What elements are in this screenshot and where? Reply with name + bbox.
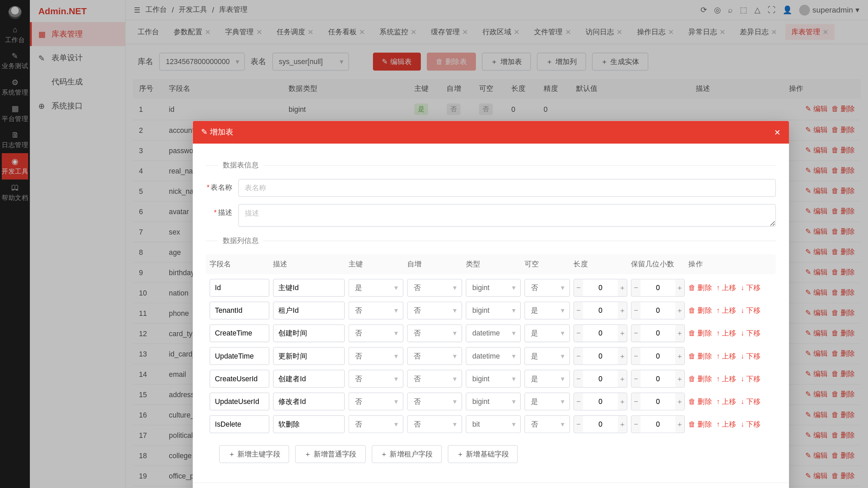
field-name-input[interactable] — [210, 324, 270, 342]
grid-select[interactable]: 否 — [349, 392, 403, 410]
modal-grid-row: 否否bigint是−＋−＋🗑 删除 ↑ 上移 ↓ 下移 — [206, 370, 776, 388]
edit-icon: ✎ — [201, 127, 208, 136]
stepper[interactable]: −＋ — [631, 279, 685, 297]
stepper[interactable]: −＋ — [631, 370, 685, 388]
grid-select[interactable]: 是 — [525, 324, 570, 342]
grid-up[interactable]: ↑ 上移 — [716, 351, 736, 360]
grid-select[interactable]: 否 — [407, 302, 462, 320]
grid-select[interactable]: bigint — [466, 370, 521, 388]
plus-icon: ＋ — [618, 279, 627, 296]
stepper[interactable]: −＋ — [573, 415, 627, 433]
grid-down[interactable]: ↓ 下移 — [741, 351, 761, 360]
grid-select[interactable]: bigint — [466, 302, 521, 320]
grid-del[interactable]: 🗑 删除 — [688, 283, 712, 292]
grid-down[interactable]: ↓ 下移 — [741, 306, 761, 314]
stepper[interactable]: −＋ — [631, 347, 685, 365]
close-icon[interactable]: ✕ — [774, 128, 781, 137]
field-desc-input[interactable] — [273, 415, 345, 433]
minus-icon: − — [574, 370, 583, 387]
add-field-buttons: ＋ 新增主键字段＋ 新增普通字段＋ 新增租户字段＋ 新增基础字段 — [206, 438, 776, 475]
grid-select[interactable]: 是 — [525, 302, 570, 320]
desc-input[interactable] — [238, 204, 776, 227]
grid-select[interactable]: 是 — [525, 392, 570, 410]
grid-select[interactable]: datetime — [466, 347, 521, 365]
stepper[interactable]: −＋ — [573, 347, 627, 365]
grid-select[interactable]: 否 — [407, 324, 462, 342]
grid-up[interactable]: ↑ 上移 — [716, 374, 736, 383]
grid-down[interactable]: ↓ 下移 — [741, 397, 761, 405]
grid-down[interactable]: ↓ 下移 — [741, 374, 761, 383]
grid-del[interactable]: 🗑 删除 — [688, 374, 712, 383]
plus-icon: ＋ — [618, 416, 627, 432]
field-name-input[interactable] — [210, 347, 270, 365]
grid-select[interactable]: 否 — [525, 279, 570, 297]
field-desc-input[interactable] — [273, 279, 345, 297]
modal-grid-row: 否否bigint是−＋−＋🗑 删除 ↑ 上移 ↓ 下移 — [206, 302, 776, 320]
grid-select[interactable]: 否 — [349, 415, 403, 433]
grid-select[interactable]: 否 — [349, 302, 403, 320]
stepper[interactable]: −＋ — [631, 392, 685, 410]
plus-icon: ＋ — [618, 325, 627, 342]
grid-select[interactable]: 否 — [407, 415, 462, 433]
field-desc-input[interactable] — [273, 347, 345, 365]
grid-del[interactable]: 🗑 删除 — [688, 329, 712, 337]
stepper[interactable]: −＋ — [573, 302, 627, 320]
minus-icon: − — [632, 370, 640, 387]
minus-icon: − — [632, 348, 640, 364]
grid-select[interactable]: 否 — [525, 415, 570, 433]
grid-select[interactable]: 否 — [407, 370, 462, 388]
modal-grid-row: 是否bigint否−＋−＋🗑 删除 ↑ 上移 ↓ 下移 — [206, 279, 776, 297]
grid-select[interactable]: 是 — [525, 370, 570, 388]
grid-select[interactable]: 是 — [525, 347, 570, 365]
field-desc-input[interactable] — [273, 392, 345, 410]
add-field-button[interactable]: ＋ 新增普通字段 — [295, 445, 366, 463]
stepper[interactable]: −＋ — [573, 392, 627, 410]
grid-del[interactable]: 🗑 删除 — [688, 351, 712, 360]
plus-icon: ＋ — [675, 279, 684, 296]
field-name-input[interactable] — [210, 279, 270, 297]
field-name-input[interactable] — [210, 302, 270, 320]
stepper[interactable]: −＋ — [631, 302, 685, 320]
field-name-input[interactable] — [210, 392, 270, 410]
add-field-button[interactable]: ＋ 新增主键字段 — [219, 445, 289, 463]
grid-select[interactable]: 否 — [407, 279, 462, 297]
grid-select[interactable]: bit — [466, 415, 521, 433]
grid-up[interactable]: ↑ 上移 — [716, 397, 736, 405]
grid-up[interactable]: ↑ 上移 — [716, 306, 736, 314]
stepper[interactable]: −＋ — [573, 324, 627, 342]
stepper[interactable]: −＋ — [631, 415, 685, 433]
grid-select[interactable]: 否 — [407, 392, 462, 410]
grid-down[interactable]: ↓ 下移 — [741, 420, 761, 428]
desc-label: 描述 — [218, 208, 232, 217]
field-name-input[interactable] — [210, 370, 270, 388]
minus-icon: − — [574, 348, 583, 364]
grid-del[interactable]: 🗑 删除 — [688, 306, 712, 314]
grid-up[interactable]: ↑ 上移 — [716, 283, 736, 292]
grid-select[interactable]: bigint — [466, 392, 521, 410]
grid-up[interactable]: ↑ 上移 — [716, 420, 736, 428]
stepper[interactable]: −＋ — [573, 370, 627, 388]
grid-select[interactable]: 否 — [407, 347, 462, 365]
stepper[interactable]: −＋ — [631, 324, 685, 342]
grid-select[interactable]: bigint — [466, 279, 521, 297]
field-name-input[interactable] — [210, 415, 270, 433]
add-field-button[interactable]: ＋ 新增租户字段 — [372, 445, 442, 463]
grid-del[interactable]: 🗑 删除 — [688, 397, 712, 405]
stepper[interactable]: −＋ — [573, 279, 627, 297]
grid-select[interactable]: 否 — [349, 324, 403, 342]
grid-up[interactable]: ↑ 上移 — [716, 329, 736, 337]
field-desc-input[interactable] — [273, 370, 345, 388]
grid-down[interactable]: ↓ 下移 — [741, 283, 761, 292]
field-desc-input[interactable] — [273, 302, 345, 320]
field-desc-input[interactable] — [273, 324, 345, 342]
add-field-button[interactable]: ＋ 新增基础字段 — [448, 445, 518, 463]
grid-select[interactable]: 否 — [349, 370, 403, 388]
grid-select[interactable]: datetime — [466, 324, 521, 342]
grid-select[interactable]: 是 — [349, 279, 403, 297]
tablename-label: 表名称 — [211, 183, 232, 191]
grid-down[interactable]: ↓ 下移 — [741, 329, 761, 337]
minus-icon: − — [574, 302, 583, 319]
tablename-input[interactable] — [238, 179, 776, 197]
grid-del[interactable]: 🗑 删除 — [688, 420, 712, 428]
grid-select[interactable]: 否 — [349, 347, 403, 365]
